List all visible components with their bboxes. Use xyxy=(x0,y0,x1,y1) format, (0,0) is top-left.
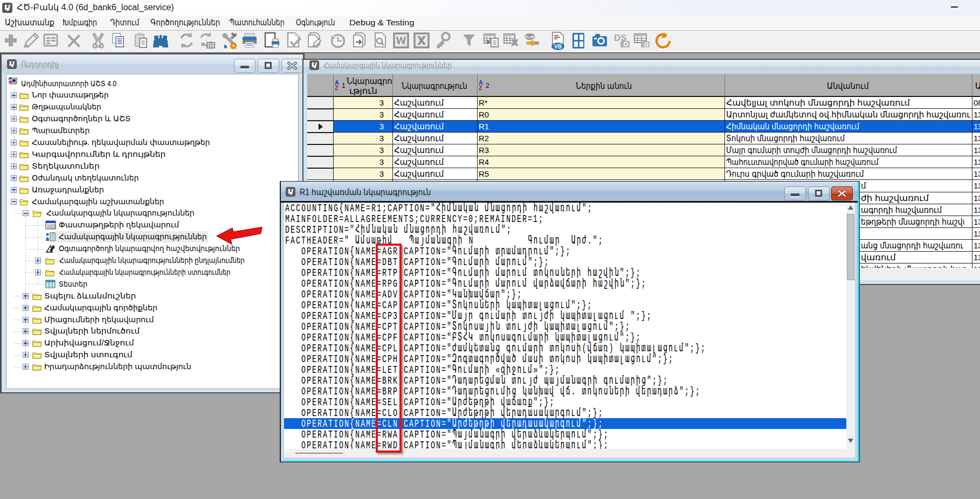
svg-text:Z: Z xyxy=(335,85,339,91)
svg-text:OLAP: OLAP xyxy=(524,35,535,39)
svg-text:VB: VB xyxy=(554,44,562,50)
svg-text:Z: Z xyxy=(479,85,482,91)
